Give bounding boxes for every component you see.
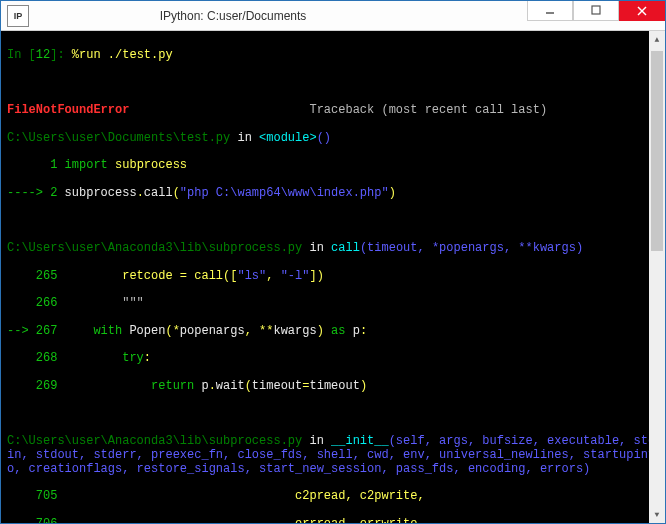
close-button[interactable]: [619, 1, 665, 21]
minimize-button[interactable]: [527, 1, 573, 21]
line-num: 1: [7, 158, 65, 172]
frame-path: C:\Users\user\Documents\test.py: [7, 131, 230, 145]
fn-name: call: [331, 241, 360, 255]
line-num: 706: [7, 517, 65, 523]
prompt-close: ]:: [50, 48, 72, 62]
line-num: 266: [7, 296, 65, 310]
scroll-down-button[interactable]: ▼: [649, 506, 665, 523]
line-num: 269: [7, 379, 65, 393]
fn-sig: (timeout, *popenargs, **kwargs): [360, 241, 583, 255]
line-num: 705: [7, 489, 65, 503]
prompt-num: 12: [36, 48, 50, 62]
line-num: 268: [7, 351, 65, 365]
line-num: 265: [7, 269, 65, 283]
module-name: <module>: [259, 131, 317, 145]
terminal-output[interactable]: In [12]: %run ./test.py FileNotFoundErro…: [1, 31, 665, 523]
cmd-text: %run ./test.py: [72, 48, 173, 62]
error-name: FileNotFoundError: [7, 103, 129, 117]
prompt-in: In [: [7, 48, 36, 62]
fn-name: __init__: [331, 434, 389, 448]
titlebar: IP IPython: C:user/Documents: [1, 1, 665, 31]
kw-import: import: [65, 158, 108, 172]
traceback-label: Traceback (most recent call last): [309, 103, 547, 117]
string-literal: "php C:\wamp64\www\index.php": [180, 186, 389, 200]
frame-path: C:\Users\user\Anaconda3\lib\subprocess.p…: [7, 241, 302, 255]
vertical-scrollbar[interactable]: ▲ ▼: [649, 31, 665, 523]
window-title: IPython: C:user/Documents: [0, 9, 527, 23]
arrow-line: --> 267: [7, 324, 65, 338]
maximize-button[interactable]: [573, 1, 619, 21]
scrollbar-thumb[interactable]: [651, 51, 663, 251]
frame-path: C:\Users\user\Anaconda3\lib\subprocess.p…: [7, 434, 302, 448]
arrow-line: ----> 2: [7, 186, 65, 200]
svg-rect-1: [592, 6, 600, 14]
scroll-up-button[interactable]: ▲: [649, 31, 665, 48]
